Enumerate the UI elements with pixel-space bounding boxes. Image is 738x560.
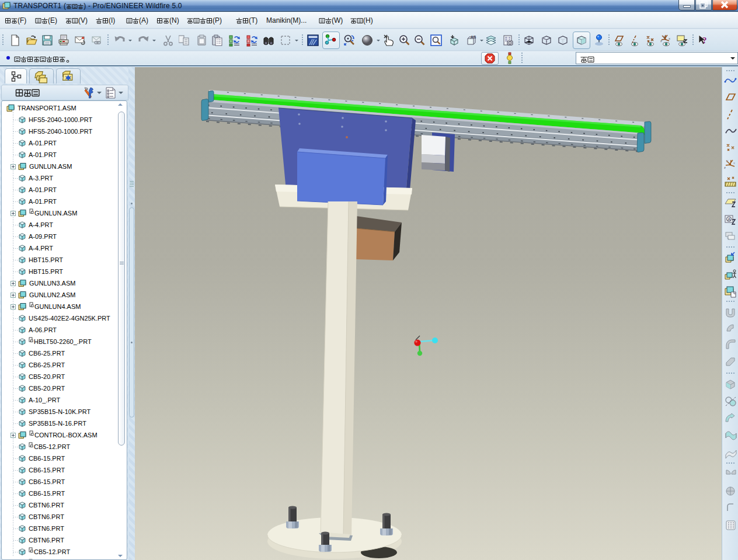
svg-text:AB: AB [471, 35, 476, 39]
svg-text:x: x [733, 161, 735, 165]
svg-text:y: y [726, 159, 728, 162]
svg-text:A: A [728, 217, 731, 221]
svg-text:z: z [660, 39, 662, 43]
svg-text:?: ? [702, 36, 707, 45]
svg-text:x: x [669, 37, 670, 40]
svg-text:z: z [724, 166, 726, 169]
svg-text:y: y [663, 34, 665, 38]
